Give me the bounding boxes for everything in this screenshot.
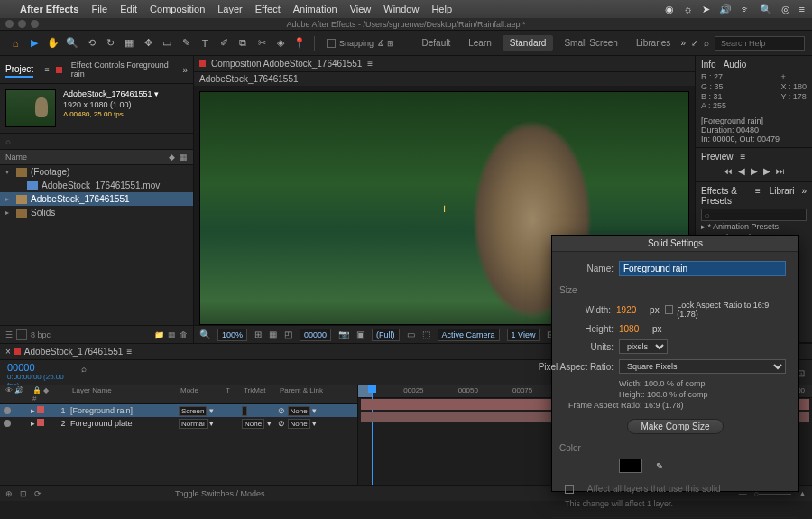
spotlight-icon[interactable]: 🔍	[760, 4, 772, 15]
toggle-switches[interactable]: Toggle Switches / Modes	[175, 489, 265, 498]
parent-dropdown-1[interactable]: None	[288, 406, 310, 416]
units-dropdown[interactable]: pixels	[619, 339, 668, 354]
traffic-close[interactable]	[5, 20, 14, 28]
layer-name-2[interactable]: Foreground plate	[70, 419, 179, 428]
zoom-dropdown[interactable]: 100%	[217, 329, 247, 341]
camera-dropdown[interactable]: Active Camera	[438, 329, 500, 341]
interpret-icon[interactable]: ☰	[5, 330, 13, 339]
effects-search[interactable]	[701, 209, 807, 221]
cc-icon[interactable]: ◉	[665, 4, 674, 15]
vol-icon[interactable]: 🔊	[719, 4, 732, 15]
home-icon[interactable]: ⌂	[7, 35, 23, 51]
tab-info[interactable]: Info	[701, 60, 716, 70]
type-tool-icon[interactable]: T	[197, 35, 213, 51]
exposure-icon[interactable]: ▭	[407, 329, 415, 339]
bpc-label[interactable]: 8 bpc	[31, 330, 51, 339]
menu-composition[interactable]: Composition	[150, 4, 205, 14]
new-folder-icon[interactable]: 📁	[154, 330, 164, 339]
3d-icon[interactable]: ⬚	[422, 329, 430, 339]
anchor-tool-icon[interactable]: ✥	[140, 35, 156, 51]
color-swatch[interactable]	[619, 459, 642, 473]
col-parent[interactable]: Parent & Link	[278, 386, 332, 403]
tab-effect-controls[interactable]: Effect Controls Foreground rain	[71, 59, 176, 80]
col-tag-icon[interactable]: ◆	[169, 153, 175, 162]
tab-preview[interactable]: Preview	[701, 152, 734, 162]
quality-dropdown[interactable]: (Full)	[372, 329, 400, 341]
preset-animation[interactable]: ▸ * Animation Presets	[701, 221, 807, 232]
puppet-tool-icon[interactable]: 📍	[291, 35, 308, 51]
layer-row-2[interactable]: ▸ 2 Foreground plate Normal ▾ None ▾ ⊘ N…	[0, 417, 357, 430]
clone-tool-icon[interactable]: ⧉	[235, 35, 251, 51]
comp-tab-menu-icon[interactable]: ≡	[367, 59, 373, 69]
orbit-tool-icon[interactable]: ⟲	[83, 35, 99, 51]
col-layer[interactable]: Layer Name	[70, 386, 179, 403]
panel-overflow-icon[interactable]: »	[182, 65, 188, 75]
tree-item-comp[interactable]: ▸AdobeStock_176461551	[0, 192, 193, 206]
ws-standard[interactable]: Standard	[503, 35, 554, 51]
res-icon[interactable]: ⊞	[254, 329, 262, 339]
new-comp-icon[interactable]: ▦	[168, 330, 176, 339]
col-t[interactable]: T	[224, 386, 242, 403]
timeline-tab[interactable]: AdobeStock_176461551	[24, 347, 124, 357]
siri-icon[interactable]: ◎	[781, 4, 790, 15]
snapshot-icon[interactable]: 📷	[338, 329, 349, 339]
menu-window[interactable]: Window	[383, 4, 419, 14]
parent-dropdown-2[interactable]: None	[288, 419, 310, 429]
tree-folder-footage[interactable]: ▾(Footage)	[0, 165, 193, 179]
trkmat-dropdown-2[interactable]: None	[242, 419, 264, 429]
snapping-checkbox[interactable]	[327, 39, 336, 48]
mode-dropdown-2[interactable]: Normal	[179, 419, 208, 429]
views-dropdown[interactable]: 1 View	[507, 329, 540, 341]
tab-effects[interactable]: Effects & Presets	[701, 186, 748, 206]
menu-file[interactable]: File	[91, 4, 107, 14]
lock-aspect-checkbox[interactable]	[665, 305, 674, 314]
make-comp-size-button[interactable]: Make Comp Size	[627, 419, 723, 434]
ws-default[interactable]: Default	[415, 35, 458, 51]
tl-close-icon[interactable]: ×	[5, 347, 11, 357]
panel-menu-icon[interactable]: »	[680, 38, 686, 48]
layer-row-1[interactable]: ▸ 1 [Foreground rain] Screen ▾ ⊘ None ▾	[0, 404, 357, 417]
col-type-icon[interactable]: ▦	[180, 153, 188, 162]
prev-frame-icon[interactable]: ◀	[738, 166, 745, 176]
menu-effect[interactable]: Effect	[255, 4, 281, 14]
traffic-min[interactable]	[18, 20, 26, 28]
shape-tool-icon[interactable]: ▭	[159, 35, 175, 51]
pen-tool-icon[interactable]: ✎	[178, 35, 194, 51]
ws-smallscreen[interactable]: Small Screen	[557, 35, 624, 51]
menu-layer[interactable]: Layer	[217, 4, 243, 14]
next-frame-icon[interactable]: ▶	[763, 166, 770, 176]
wifi-icon[interactable]: ᯤ	[741, 4, 751, 15]
tab-menu-icon[interactable]: ≡	[44, 65, 49, 74]
tree-folder-solids[interactable]: ▸Solids	[0, 206, 193, 219]
brush-tool-icon[interactable]: ✐	[216, 35, 232, 51]
hand-tool-icon[interactable]: ✋	[45, 35, 61, 51]
comp-tab-label[interactable]: Composition AdobeStock_176461551	[211, 59, 362, 69]
sun-icon[interactable]: ☼	[683, 4, 692, 15]
tab-libraries[interactable]: Librari	[770, 186, 795, 206]
comp-breadcrumb[interactable]: AdobeStock_176461551	[199, 74, 299, 84]
menu-view[interactable]: View	[350, 4, 372, 14]
app-name[interactable]: After Effects	[20, 4, 78, 14]
search-help-input[interactable]	[715, 36, 805, 51]
width-value[interactable]: 1920	[616, 305, 636, 315]
ws-learn[interactable]: Learn	[461, 35, 499, 51]
height-value[interactable]: 1080	[619, 324, 639, 334]
roto-tool-icon[interactable]: ◈	[272, 35, 289, 51]
par-dropdown[interactable]: Square Pixels	[619, 359, 786, 374]
menu-edit[interactable]: Edit	[120, 4, 137, 14]
eraser-tool-icon[interactable]: ✂	[254, 35, 270, 51]
last-frame-icon[interactable]: ⏭	[776, 166, 785, 176]
ws-libraries[interactable]: Libraries	[629, 35, 678, 51]
tl-foot-icon2[interactable]: ⊡	[20, 489, 27, 498]
tl-foot-icon1[interactable]: ⊕	[5, 489, 13, 498]
menu-icon[interactable]: ≡	[799, 4, 805, 15]
layer-name-1[interactable]: [Foreground rain]	[70, 406, 179, 415]
zoom-in-icon[interactable]: ▲	[798, 489, 807, 498]
layer-color-1[interactable]	[37, 406, 44, 413]
zoom-tool-icon[interactable]: 🔍	[64, 35, 80, 51]
time-display[interactable]: 00000	[300, 329, 331, 341]
trash-icon[interactable]: 🗑	[180, 330, 188, 339]
mask-icon[interactable]: ◰	[284, 329, 292, 339]
first-frame-icon[interactable]: ⏮	[724, 166, 733, 176]
visibility-toggle[interactable]	[4, 420, 11, 427]
